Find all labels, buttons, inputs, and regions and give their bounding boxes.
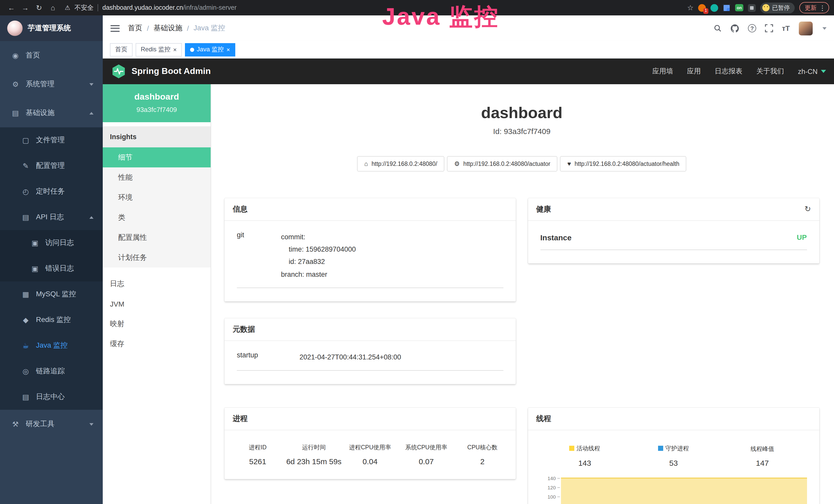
service-url-link[interactable]: ⌂ http://192.168.0.2:48080/	[357, 156, 444, 171]
sba-item-scheduled-tasks[interactable]: 计划任务	[103, 248, 211, 268]
sba-item-config-props[interactable]: 配置属性	[103, 228, 211, 248]
sidebar-item-log-center[interactable]: ▤ 日志中心	[0, 384, 103, 410]
sba-nav-applications[interactable]: 应用	[687, 67, 701, 76]
page-url[interactable]: dashboard.yudao.iocoder.cn/infra/admin-s…	[103, 4, 237, 11]
extension-icon-on-toggle[interactable]: on	[735, 4, 743, 11]
health-instance-row[interactable]: Instance UP	[541, 231, 807, 250]
sidebar-item-label: API 日志	[36, 212, 64, 222]
yellow-legend-swatch	[569, 446, 574, 451]
browser-menu-icon[interactable]: ⋮	[819, 4, 826, 12]
logo-avatar	[7, 21, 23, 36]
sidebar-item-scheduled-tasks[interactable]: ◴ 定时任务	[0, 179, 103, 204]
tab-java-monitor[interactable]: Java 监控 ×	[185, 43, 235, 56]
sba-item-mappings[interactable]: 映射	[103, 314, 211, 334]
sidebar-item-label: 错误日志	[45, 264, 74, 273]
browser-forward-icon[interactable]: →	[19, 2, 31, 14]
user-avatar[interactable]	[798, 21, 812, 35]
screenshot-annotation: Java 监控	[382, 1, 499, 33]
address-bar[interactable]: ⚠ 不安全 dashboard.yudao.iocoder.cn/infra/a…	[65, 3, 685, 12]
metric-uptime: 运行时间 6d 23h 15m 59s	[286, 444, 342, 466]
sba-item-caches[interactable]: 缓存	[103, 334, 211, 354]
sba-item-details[interactable]: 细节	[103, 147, 211, 167]
sba-nav-journal[interactable]: 日志报表	[715, 67, 742, 76]
health-url-link[interactable]: ♥ http://192.168.0.2:48080/actuator/heal…	[560, 156, 686, 171]
sidebar-item-error-logs[interactable]: ▣ 错误日志	[0, 256, 103, 281]
close-icon[interactable]: ×	[226, 46, 230, 53]
sba-brand-title[interactable]: Spring Boot Admin	[132, 66, 211, 76]
sidebar-item-infrastructure[interactable]: ▤ 基础设施	[0, 98, 103, 127]
sidebar-item-dev-tools[interactable]: ⚒ 研发工具	[0, 410, 103, 438]
close-icon[interactable]: ×	[173, 46, 177, 53]
threads-legend: 活动线程 143 守护进程 53	[541, 444, 807, 467]
url-separator	[98, 4, 98, 11]
help-icon[interactable]: ?	[748, 24, 756, 32]
tab-home[interactable]: 首页	[110, 43, 133, 56]
chevron-up-icon	[89, 216, 93, 219]
sidebar-item-api-logs[interactable]: ▤ API 日志	[0, 204, 103, 230]
sba-main: dashboard Id: 93a3fc7f7409 ⌂ http://192.…	[211, 84, 834, 504]
fullscreen-icon[interactable]	[765, 24, 773, 32]
y-tick-label: 100	[548, 494, 556, 499]
log-icon: ▤	[21, 213, 31, 221]
sba-item-logs[interactable]: 日志	[103, 274, 211, 294]
sidebar-item-file-management[interactable]: ▢ 文件管理	[0, 127, 103, 153]
extensions-puzzle-icon[interactable]	[748, 4, 756, 12]
browser-back-icon[interactable]: ←	[5, 2, 18, 14]
security-label[interactable]: 不安全	[74, 3, 94, 12]
sba-item-performance[interactable]: 性能	[103, 167, 211, 187]
threads-card: 线程 活动线程 143	[528, 408, 819, 504]
user-menu-caret-icon[interactable]	[822, 27, 826, 29]
breadcrumb-infrastructure[interactable]: 基础设施	[154, 24, 182, 33]
metric-cpu-cores: CPU核心数 2	[454, 444, 511, 466]
language-selector[interactable]: zh-CN	[798, 68, 826, 75]
sidebar-logo[interactable]: 芋道管理系统	[0, 16, 103, 41]
search-icon[interactable]	[714, 24, 722, 32]
font-size-icon[interactable]: тT	[782, 24, 790, 32]
extension-icon-grid[interactable]	[723, 4, 730, 12]
sidebar-item-label: 系统管理	[26, 79, 54, 89]
breadcrumb-home[interactable]: 首页	[128, 24, 142, 33]
sidebar-item-mysql-monitor[interactable]: ▦ MySQL 监控	[0, 281, 103, 307]
instance-links: ⌂ http://192.168.0.2:48080/ ⚙ http://192…	[224, 156, 819, 171]
github-icon[interactable]	[730, 24, 739, 32]
chevron-down-icon	[89, 423, 93, 426]
health-icon: ♥	[567, 160, 571, 167]
sba-item-jvm[interactable]: JVM	[103, 294, 211, 314]
extension-icon-teal[interactable]	[710, 4, 718, 12]
history-icon[interactable]: ↺	[805, 204, 811, 214]
sidebar-menu: ◉ 首页 ⚙ 系统管理 ▤ 基础设施 ▢ 文件管理	[0, 41, 103, 504]
dashboard-icon: ◉	[10, 51, 21, 60]
sba-app-id: 93a3fc7f7409	[107, 106, 206, 113]
file-icon: ▢	[21, 136, 31, 144]
tab-redis-monitor[interactable]: Redis 监控 ×	[136, 43, 182, 56]
tab-label: Redis 监控	[141, 45, 171, 54]
sba-item-environment[interactable]: 环境	[103, 187, 211, 207]
sidebar-item-label: 访问日志	[45, 238, 74, 248]
profile-paused-badge[interactable]: 已暂停	[760, 2, 794, 13]
sba-instance-header[interactable]: dashboard 93a3fc7f7409	[103, 84, 211, 122]
sidebar-item-label: Java 监控	[36, 341, 68, 350]
sidebar-item-java-monitor[interactable]: ☕ Java 监控	[0, 333, 103, 359]
info-key: git	[237, 231, 281, 281]
sidebar-item-system-management[interactable]: ⚙ 系统管理	[0, 70, 103, 98]
extension-icon-orange[interactable]: 1	[698, 4, 706, 12]
sba-item-classes[interactable]: 类	[103, 207, 211, 228]
sba-nav-wallboard[interactable]: 应用墙	[652, 67, 673, 76]
browser-update-button[interactable]: 更新⋮	[799, 2, 829, 13]
actuator-url-link[interactable]: ⚙ http://192.168.0.2:48080/actuator	[447, 156, 557, 171]
cards-area: 信息 git commit: time: 1596289704000	[224, 198, 819, 504]
sidebar-item-home[interactable]: ◉ 首页	[0, 41, 103, 70]
security-warning-icon[interactable]: ⚠	[65, 4, 70, 11]
sidebar-item-link-tracing[interactable]: ◎ 链路追踪	[0, 359, 103, 384]
browser-reload-icon[interactable]: ↻	[33, 2, 45, 14]
git-branch-line: branch: master	[281, 268, 356, 281]
sidebar-toggle-icon[interactable]	[110, 25, 120, 31]
sidebar-item-redis-monitor[interactable]: ◆ Redis 监控	[0, 307, 103, 333]
sidebar-item-config-management[interactable]: ✎ 配置管理	[0, 153, 103, 179]
browser-home-icon[interactable]: ⌂	[47, 2, 59, 14]
bookmark-star-icon[interactable]: ☆	[687, 4, 694, 12]
sba-nav-about[interactable]: 关于我们	[756, 67, 784, 76]
metric-label: 运行时间	[286, 444, 342, 451]
sidebar-item-access-logs[interactable]: ▣ 访问日志	[0, 230, 103, 256]
metric-label: 进程CPU使用率	[342, 444, 398, 451]
